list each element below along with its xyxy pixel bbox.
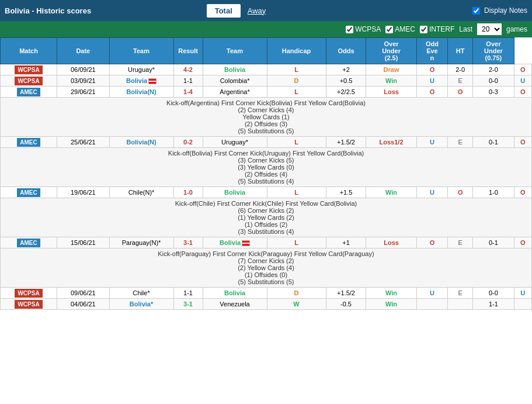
team2-cell: Colombia*: [203, 75, 267, 87]
flag-icon: [242, 240, 250, 246]
oe-cell: [448, 299, 473, 310]
notes-row: Kick-off(Argentina) First Corner Kick(Bo…: [1, 98, 532, 137]
competition-badge: AMEC: [17, 138, 40, 147]
result-cell: D: [267, 75, 326, 87]
competition-badge: WCPSA: [15, 300, 42, 309]
team1-cell: Chile(N)*: [109, 187, 173, 198]
score-cell: 3-1: [173, 299, 203, 310]
oe-value: E: [458, 289, 463, 296]
ou25-cell: U: [416, 288, 448, 299]
oe-value: E: [458, 239, 463, 246]
filter-wcpsa[interactable]: WCPSA: [346, 25, 381, 33]
amec-checkbox[interactable]: [385, 26, 393, 33]
ou075-value: O: [520, 66, 526, 73]
filter-interf[interactable]: INTERF: [420, 25, 454, 33]
note-line: Kick-off(Argentina) First Corner Kick(Bo…: [3, 99, 529, 106]
odds-value: Win: [385, 301, 397, 308]
team2-cell: Uruguay*: [203, 137, 267, 148]
table-row: WCPSA 06/09/21 Uruguay* 4-2 Bolivia L +2…: [1, 64, 532, 75]
ou25-value: U: [430, 189, 434, 196]
handicap-cell: +0.5: [326, 75, 366, 87]
ou075-value: O: [520, 139, 526, 146]
score-value: 4-2: [183, 66, 193, 73]
col-date: Date: [57, 38, 109, 64]
col-odds: Odds: [326, 38, 366, 64]
tab-total[interactable]: Total: [207, 4, 241, 18]
date-cell: 19/06/21: [57, 187, 109, 198]
oe-cell: O: [448, 187, 473, 198]
result-value: L: [294, 189, 298, 196]
ou25-value: O: [430, 239, 435, 246]
note-line: Kick-off(Paraguay) First Corner Kick(Par…: [3, 250, 529, 257]
date-cell: 25/06/21: [57, 137, 109, 148]
games-label: games: [506, 25, 527, 33]
note-line: (5) Substitutions (4): [3, 178, 529, 185]
tab-away[interactable]: Away: [243, 4, 271, 18]
note-line: (5) Substitutions (5): [3, 127, 529, 134]
odds-value: Win: [385, 77, 397, 84]
ou25-value: O: [430, 66, 435, 73]
badge-cell: AMEC: [1, 237, 57, 248]
ou075-cell: U: [514, 75, 531, 87]
ou25-value: U: [430, 139, 434, 146]
odds-value: Loss: [384, 88, 399, 95]
wcpsa-label: WCPSA: [355, 25, 381, 33]
wcpsa-checkbox[interactable]: [346, 26, 353, 33]
badge-cell: WCPSA: [1, 75, 57, 87]
ht-cell: 0-0: [473, 288, 514, 299]
last-label: Last: [459, 25, 472, 33]
badge-cell: AMEC: [1, 137, 57, 148]
result-value: L: [294, 239, 298, 246]
score-value: 1-1: [183, 289, 193, 296]
table-row: WCPSA 03/09/21 Bolivia 1-1 Colombia* D +…: [1, 75, 532, 87]
ou25-cell: [416, 299, 448, 310]
table-row: AMEC 15/06/21 Paraguay(N)* 3-1 Bolivia L…: [1, 237, 532, 248]
competition-badge: AMEC: [17, 188, 40, 197]
display-notes-checkbox[interactable]: [472, 7, 480, 15]
ou075-value: U: [520, 289, 525, 296]
ou25-cell: O: [416, 87, 448, 98]
team2-cell: Bolivia: [203, 288, 267, 299]
oe-value: O: [458, 88, 463, 95]
ou25-value: U: [430, 289, 434, 296]
display-notes-label: Display Notes: [484, 6, 527, 15]
col-oe: OddEven: [416, 38, 448, 64]
ou075-cell: O: [514, 137, 531, 148]
ou075-value: O: [520, 239, 526, 246]
note-line: (1) Offsides (0): [3, 271, 529, 278]
result-value: L: [294, 88, 298, 95]
ou25-cell: O: [416, 237, 448, 248]
oe-cell: E: [448, 75, 473, 87]
ou25-cell: U: [416, 75, 448, 87]
last-select[interactable]: 20 10 30: [477, 23, 502, 35]
filter-amec[interactable]: AMEC: [385, 25, 415, 33]
result-cell: W: [267, 299, 326, 310]
competition-badge: AMEC: [17, 88, 40, 96]
odds-value: Win: [385, 189, 397, 196]
odds-cell: Loss1/2: [366, 137, 416, 148]
notes-row: Kick-off(Bolivia) First Corner Kick(Urug…: [1, 148, 532, 187]
note-line: (2) Offsides (4): [3, 171, 529, 178]
ou25-cell: O: [416, 64, 448, 75]
col-result: Result: [173, 38, 203, 64]
ht-cell: 2-0: [473, 64, 514, 75]
date-cell: 15/06/21: [57, 237, 109, 248]
interf-checkbox[interactable]: [420, 26, 427, 33]
score-value: 1-1: [183, 77, 193, 84]
ht-cell: 0-1: [473, 137, 514, 148]
ou075-cell: O: [514, 64, 531, 75]
score-cell: 1-4: [173, 87, 203, 98]
col-match: Match: [1, 38, 57, 64]
ou25-value: U: [430, 77, 434, 84]
result-cell: L: [267, 237, 326, 248]
display-notes-toggle[interactable]: Display Notes: [472, 6, 527, 15]
notes-cell: Kick-off(Bolivia) First Corner Kick(Urug…: [1, 148, 532, 187]
score-cell: 4-2: [173, 64, 203, 75]
ht-cell: 1-1: [473, 299, 514, 310]
handicap-cell: +1: [326, 237, 366, 248]
result-cell: L: [267, 187, 326, 198]
score-cell: 1-1: [173, 75, 203, 87]
team1-cell: Paraguay(N)*: [109, 237, 173, 248]
badge-cell: AMEC: [1, 87, 57, 98]
interf-label: INTERF: [429, 25, 454, 33]
